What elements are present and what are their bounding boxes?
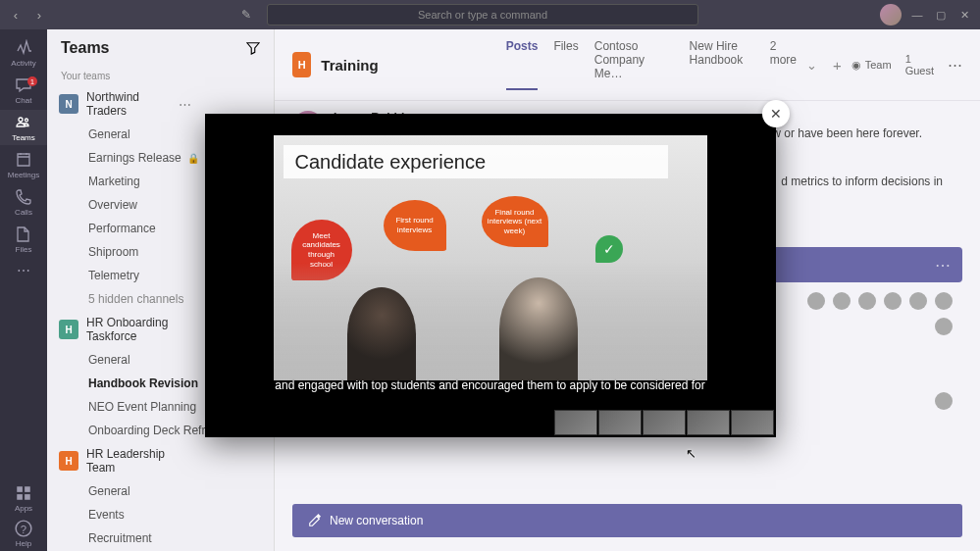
slide-bubble-2: First round interviews [384, 200, 446, 251]
slide-title: Candidate experience [284, 145, 668, 178]
modal-close-button[interactable]: ✕ [762, 100, 790, 127]
video-caption: and engaged with top students and encour… [238, 378, 741, 392]
participant-thumbnails [554, 410, 774, 435]
slide-bubble-3: Final round interviews (next week) [482, 196, 548, 247]
video-modal: ✕ Candidate experience Meet candidates t… [205, 114, 776, 437]
presentation-slide: Candidate experience Meet candidates thr… [274, 135, 707, 380]
slide-bubble-check-icon: ✓ [595, 235, 623, 263]
